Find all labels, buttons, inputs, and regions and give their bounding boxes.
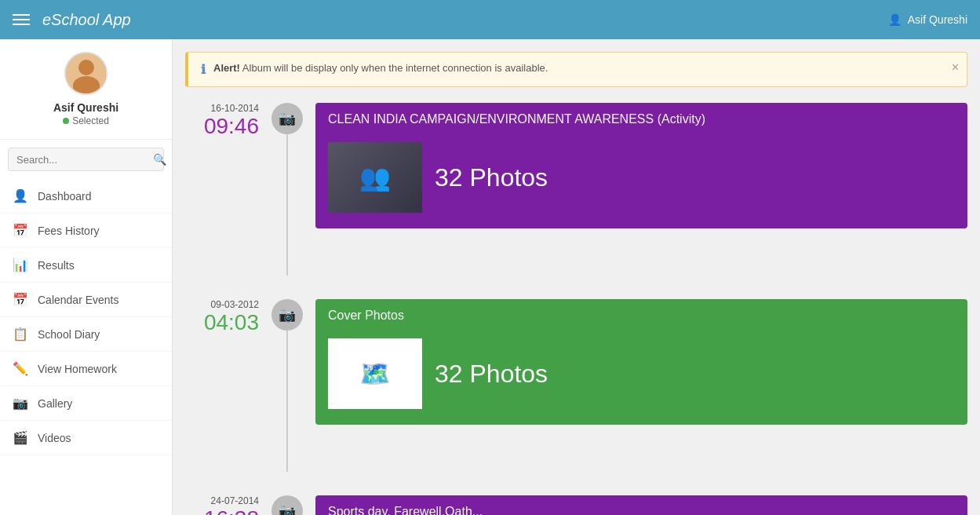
main-layout: Asif Qureshi Selected 🔍 👤 Dashboard📅 Fee… (0, 39, 980, 515)
sidebar-label-gallery: Gallery (38, 397, 72, 410)
sidebar-item-videos[interactable]: 🎬 Videos (0, 421, 172, 455)
search-icon: 🔍 (153, 153, 166, 166)
sidebar-item-view-homework[interactable]: ✏️ View Homework (0, 352, 172, 386)
sidebar-label-view-homework: View Homework (38, 363, 117, 375)
avatar (64, 52, 107, 95)
timeline-item: 16-10-2014 09:46 📷 CLEAN INDIA CAMPAIGN/… (185, 103, 967, 276)
gallery-icon: 📷 (13, 396, 28, 411)
time-date: 16-10-2014 (185, 103, 259, 114)
time-clock: 16:38 (185, 506, 259, 515)
card-title: Cover Photos (315, 299, 967, 332)
alert-text: Alert! Album will be display only when t… (213, 62, 954, 74)
sidebar: Asif Qureshi Selected 🔍 👤 Dashboard📅 Fee… (0, 39, 173, 515)
sidebar-item-fees-history[interactable]: 📅 Fees History (0, 214, 172, 248)
top-header: eSchool App 👤 Asif Qureshi (0, 0, 980, 39)
header-user-icon: 👤 (888, 13, 902, 26)
timeline-circle: 📷 (271, 495, 303, 515)
status-dot (63, 118, 69, 124)
timeline-line (286, 134, 288, 276)
alert-prefix: Alert! (213, 62, 240, 74)
app-title: eSchool App (42, 11, 131, 29)
timeline-time: 24-07-2014 16:38 (185, 495, 271, 515)
time-date: 09-03-2012 (185, 299, 259, 310)
timeline-connector: 📷 (271, 103, 303, 276)
nav-items: 👤 Dashboard📅 Fees History📊 Results📅 Cale… (0, 179, 172, 515)
calendar-events-icon: 📅 (13, 292, 28, 307)
sidebar-label-calendar-events: Calendar Events (38, 294, 119, 306)
thumbnail-crowd (328, 142, 422, 213)
school-diary-icon: 📋 (13, 327, 28, 342)
fees-history-icon: 📅 (13, 223, 28, 238)
timeline-time: 16-10-2014 09:46 (185, 103, 271, 139)
header-right: 👤 Asif Qureshi (888, 13, 967, 26)
timeline-circle: 📷 (271, 299, 303, 331)
card-title: CLEAN INDIA CAMPAIGN/ENVIRONMENT AWARENE… (315, 103, 967, 136)
time-date: 24-07-2014 (185, 495, 259, 506)
dashboard-icon: 👤 (13, 188, 28, 203)
alert-close-button[interactable]: × (952, 60, 959, 75)
timeline-line (286, 331, 288, 472)
card-body: 32 Photos (315, 136, 967, 225)
camera-icon: 📷 (279, 306, 296, 323)
sidebar-label-results: Results (38, 259, 75, 272)
camera-icon: 📷 (279, 502, 296, 515)
alert-icon: ℹ (201, 62, 206, 77)
status-label: Selected (72, 115, 109, 126)
photo-count: 32 Photos (435, 360, 548, 389)
timeline-time: 09-03-2012 04:03 (185, 299, 271, 335)
videos-icon: 🎬 (13, 430, 28, 445)
timeline-connector: 📷 (271, 299, 303, 472)
profile-name: Asif Qureshi (53, 101, 118, 114)
card-title: Sports day, Farewell,Oath... (315, 495, 967, 515)
alert-message: Album will be display only when the inte… (242, 62, 548, 74)
timeline-card[interactable]: Cover Photos 🗺️ 32 Photos (315, 299, 967, 425)
sidebar-profile: Asif Qureshi Selected (0, 39, 172, 140)
sidebar-label-fees-history: Fees History (38, 225, 100, 237)
camera-icon: 📷 (279, 110, 296, 127)
time-clock: 04:03 (185, 310, 259, 335)
hamburger-menu[interactable] (13, 14, 30, 25)
sidebar-label-videos: Videos (38, 432, 71, 444)
card-body: 🗺️ 32 Photos (315, 332, 967, 422)
sidebar-item-school-diary[interactable]: 📋 School Diary (0, 317, 172, 352)
sidebar-item-dashboard[interactable]: 👤 Dashboard (0, 179, 172, 214)
header-left: eSchool App (13, 11, 131, 29)
main-content: ℹ Alert! Album will be display only when… (173, 39, 980, 515)
sidebar-item-results[interactable]: 📊 Results (0, 248, 172, 283)
header-username: Asif Qureshi (908, 13, 967, 26)
timeline-circle: 📷 (271, 103, 303, 134)
sidebar-item-gallery[interactable]: 📷 Gallery (0, 386, 172, 421)
results-icon: 📊 (13, 258, 28, 272)
search-input[interactable] (16, 154, 148, 166)
thumbnail-map: 🗺️ (328, 338, 422, 409)
timeline-connector: 📷 (271, 495, 303, 515)
timeline-item: 09-03-2012 04:03 📷 Cover Photos 🗺️ 32 Ph… (185, 299, 967, 472)
view-homework-icon: ✏️ (13, 361, 28, 376)
alert-banner: ℹ Alert! Album will be display only when… (185, 52, 967, 87)
time-clock: 09:46 (185, 114, 259, 139)
timeline-item: 24-07-2014 16:38 📷 Sports day, Farewell,… (185, 495, 967, 515)
sidebar-label-school-diary: School Diary (38, 328, 100, 341)
timeline-card[interactable]: CLEAN INDIA CAMPAIGN/ENVIRONMENT AWARENE… (315, 103, 967, 228)
timeline: 16-10-2014 09:46 📷 CLEAN INDIA CAMPAIGN/… (185, 103, 967, 515)
profile-status: Selected (63, 115, 109, 126)
sidebar-label-dashboard: Dashboard (38, 190, 92, 203)
photo-count: 32 Photos (435, 163, 548, 192)
timeline-card[interactable]: Sports day, Farewell,Oath... 👨‍👩‍👧 32 Ph… (315, 495, 967, 515)
search-box[interactable]: 🔍 (8, 148, 164, 171)
sidebar-item-calendar-events[interactable]: 📅 Calendar Events (0, 283, 172, 317)
